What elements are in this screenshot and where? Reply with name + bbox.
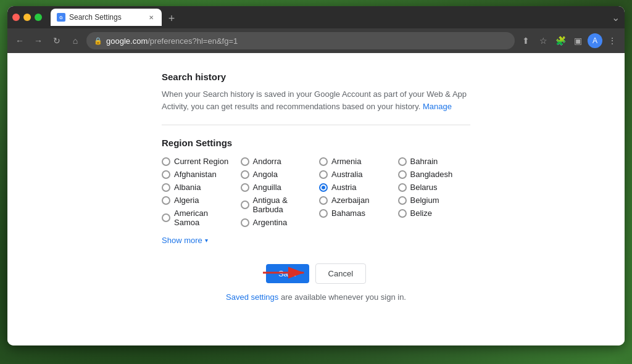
radio-australia[interactable] — [319, 170, 328, 179]
region-label-bahamas: Bahamas — [331, 209, 365, 218]
svg-text:G: G — [59, 15, 63, 20]
title-bar: G Search Settings ✕ + ⌄ — [7, 6, 625, 28]
radio-bahrain[interactable] — [398, 157, 407, 166]
region-label-angola: Angola — [253, 170, 278, 179]
cancel-button[interactable]: Cancel — [315, 263, 366, 284]
saved-note-text: are available whenever you sign in. — [278, 292, 406, 302]
region-item-current[interactable]: Current Region — [162, 157, 235, 166]
radio-belize[interactable] — [398, 209, 407, 218]
show-more-label: Show more — [162, 236, 202, 245]
region-item-american-samoa[interactable]: American Samoa — [162, 209, 235, 227]
tab-close-button[interactable]: ✕ — [147, 13, 156, 22]
region-item-angola[interactable]: Angola — [241, 170, 314, 179]
region-item-austria[interactable]: Austria — [319, 183, 392, 192]
browser-layout-icon[interactable]: ▣ — [570, 33, 585, 48]
region-label-bangladesh: Bangladesh — [410, 170, 453, 179]
radio-anguilla[interactable] — [241, 183, 249, 192]
window-controls-right: ⌄ — [612, 12, 620, 23]
tab-favicon: G — [57, 13, 65, 22]
active-tab[interactable]: G Search Settings ✕ — [51, 9, 162, 26]
arrow-graphic — [260, 262, 310, 286]
radio-angola[interactable] — [241, 170, 249, 179]
content-area: Search history When your Search history … — [38, 53, 594, 314]
region-col-4: Bahrain Bangladesh Belarus Belgium — [398, 157, 471, 227]
show-more-button[interactable]: Show more ▾ — [162, 236, 470, 245]
search-history-section: Search history When your Search history … — [162, 72, 470, 112]
maximize-window-button[interactable] — [35, 14, 42, 21]
close-window-button[interactable] — [12, 14, 20, 21]
extensions-icon[interactable]: 🧩 — [553, 33, 568, 48]
region-item-bahrain[interactable]: Bahrain — [398, 157, 471, 166]
forward-button[interactable]: → — [31, 33, 46, 48]
tab-title: Search Settings — [69, 13, 143, 22]
radio-belarus[interactable] — [398, 183, 407, 192]
radio-algeria[interactable] — [162, 196, 170, 205]
region-label-bahrain: Bahrain — [410, 157, 438, 166]
minimize-window-button[interactable] — [23, 14, 31, 21]
manage-link[interactable]: Manage — [423, 102, 452, 111]
region-col-1: Current Region Afghanistan Albania — [162, 157, 235, 227]
actions-area: Save Cancel — [162, 263, 470, 284]
region-item-belize[interactable]: Belize — [398, 209, 471, 218]
region-label-algeria: Algeria — [174, 196, 199, 205]
radio-current-region[interactable] — [162, 157, 170, 166]
region-item-belarus[interactable]: Belarus — [398, 183, 471, 192]
region-item-bahamas[interactable]: Bahamas — [319, 209, 392, 218]
region-item-belgium[interactable]: Belgium — [398, 196, 471, 205]
radio-armenia[interactable] — [319, 157, 328, 166]
address-path: /preferences?hl=en&fg=1 — [148, 36, 238, 46]
region-label-antigua: Antigua & Barbuda — [253, 196, 314, 214]
region-label-american-samoa: American Samoa — [174, 209, 235, 227]
region-label-belarus: Belarus — [410, 183, 438, 192]
back-button[interactable]: ← — [12, 33, 27, 48]
lock-icon: 🔒 — [94, 37, 102, 45]
radio-argentina[interactable] — [241, 218, 249, 227]
region-item-bangladesh[interactable]: Bangladesh — [398, 170, 471, 179]
region-label-armenia: Armenia — [331, 157, 361, 166]
address-bar: ← → ↻ ⌂ 🔒 google.com/preferences?hl=en&f… — [7, 28, 625, 53]
new-tab-button[interactable]: + — [164, 11, 179, 26]
region-item-azerbaijan[interactable]: Azerbaijan — [319, 196, 392, 205]
region-label-azerbaijan: Azerbaijan — [331, 196, 369, 205]
region-item-argentina[interactable]: Argentina — [241, 218, 314, 227]
radio-azerbaijan[interactable] — [319, 196, 328, 205]
saved-settings-link[interactable]: Saved settings — [226, 292, 278, 302]
share-icon[interactable]: ⬆ — [518, 33, 533, 48]
search-history-title: Search history — [162, 72, 470, 82]
region-item-andorra[interactable]: Andorra — [241, 157, 314, 166]
region-item-algeria[interactable]: Algeria — [162, 196, 235, 205]
radio-afghanistan[interactable] — [162, 170, 170, 179]
radio-bahamas[interactable] — [319, 209, 328, 218]
region-item-antigua[interactable]: Antigua & Barbuda — [241, 196, 314, 214]
radio-austria[interactable] — [319, 183, 328, 192]
home-button[interactable]: ⌂ — [68, 33, 83, 48]
radio-american-samoa[interactable] — [162, 213, 170, 222]
radio-belgium[interactable] — [398, 196, 407, 205]
region-item-armenia[interactable]: Armenia — [319, 157, 392, 166]
region-item-anguilla[interactable]: Anguilla — [241, 183, 314, 192]
region-item-albania[interactable]: Albania — [162, 183, 235, 192]
region-item-afghanistan[interactable]: Afghanistan — [162, 170, 235, 179]
traffic-lights — [12, 14, 42, 21]
address-domain: google.com — [106, 36, 148, 46]
reload-button[interactable]: ↻ — [49, 33, 64, 48]
radio-bangladesh[interactable] — [398, 170, 407, 179]
bookmark-icon[interactable]: ☆ — [536, 33, 551, 48]
region-item-australia[interactable]: Australia — [319, 170, 392, 179]
region-label-austria: Austria — [331, 183, 356, 192]
address-text: google.com/preferences?hl=en&fg=1 — [106, 36, 238, 46]
region-settings-section: Region Settings Current Region Afghanist… — [162, 138, 470, 245]
menu-icon[interactable]: ⋮ — [605, 33, 620, 48]
search-history-desc: When your Search history is saved in you… — [162, 88, 470, 112]
address-input[interactable]: 🔒 google.com/preferences?hl=en&fg=1 — [86, 32, 515, 49]
radio-antigua[interactable] — [241, 201, 249, 209]
region-label-australia: Australia — [331, 170, 363, 179]
show-more-arrow-icon: ▾ — [205, 237, 208, 244]
search-history-desc-text: When your Search history is saved in you… — [162, 89, 467, 111]
profile-icon[interactable]: A — [588, 33, 602, 48]
radio-andorra[interactable] — [241, 157, 249, 166]
tab-bar: G Search Settings ✕ + — [51, 9, 612, 26]
saved-note: Saved settings are available whenever yo… — [162, 292, 470, 302]
region-label-argentina: Argentina — [253, 218, 288, 227]
radio-albania[interactable] — [162, 183, 170, 192]
